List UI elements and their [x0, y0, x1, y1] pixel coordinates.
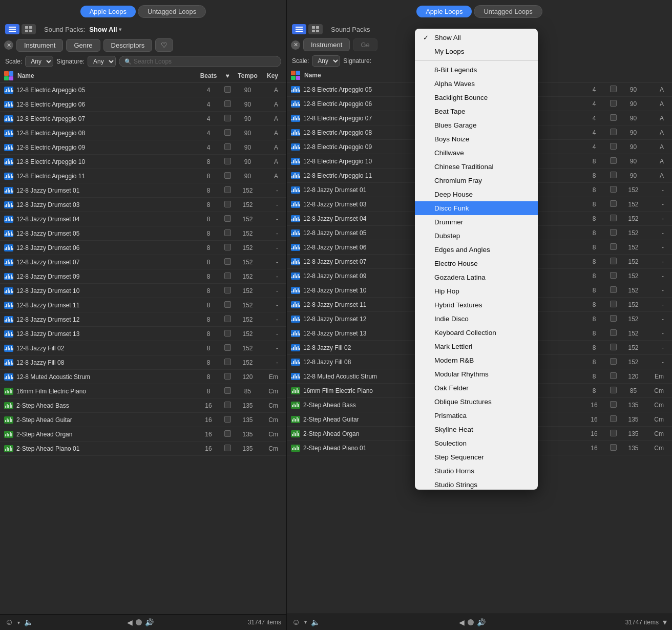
track-favorite[interactable] [221, 387, 234, 396]
track-favorite[interactable] [221, 100, 234, 109]
track-row[interactable]: 12-8 Jazzy Fill 02 8 152 - [0, 341, 286, 355]
track-favorite[interactable] [607, 185, 619, 195]
track-row[interactable]: 16mm Film Electric Piano 8 85 Cm [0, 384, 286, 398]
track-favorite[interactable] [221, 172, 234, 181]
track-favorite[interactable] [221, 344, 234, 353]
right-scale-select[interactable]: Any [312, 55, 340, 67]
right-genre-filter-button[interactable]: Ge [353, 38, 377, 51]
dropdown-item[interactable]: Studio Horns [415, 464, 538, 478]
track-favorite[interactable] [221, 129, 234, 138]
right-instrument-filter-button[interactable]: Instrument [303, 38, 350, 51]
track-favorite[interactable] [607, 401, 619, 410]
track-row[interactable]: 2-Step Ahead Organ 16 135 Cm [0, 427, 286, 442]
sound-packs-dropdown[interactable]: ✓Show All My Loops 8-Bit Legends Alpha W… [415, 29, 538, 490]
dropdown-item[interactable]: Hybrid Textures [415, 298, 538, 312]
track-row[interactable]: 12-8 Muted Acoustic Strum 8 120 Em [0, 370, 286, 384]
track-favorite[interactable] [607, 271, 619, 281]
dropdown-item[interactable]: Soulection [415, 436, 538, 450]
track-row[interactable]: 12-8 Jazzy Drumset 06 8 152 - [0, 241, 286, 255]
dropdown-item[interactable]: Modern R&B [415, 353, 538, 367]
track-favorite[interactable] [607, 415, 619, 424]
track-row[interactable]: 12-8 Jazzy Drumset 03 8 152 - [0, 198, 286, 212]
track-favorite[interactable] [607, 128, 619, 137]
playhead[interactable] [136, 619, 142, 625]
dropdown-item[interactable]: 8-Bit Legends [415, 63, 538, 77]
dropdown-item[interactable]: Blues Garage [415, 118, 538, 132]
track-favorite[interactable] [221, 272, 234, 281]
track-favorite[interactable] [221, 186, 234, 195]
right-list-view-button[interactable] [292, 24, 306, 34]
track-row[interactable]: 12-8 Jazzy Drumset 07 8 152 - [0, 255, 286, 269]
track-favorite[interactable] [607, 444, 619, 453]
track-row[interactable]: 12-8 Electric Arpeggio 11 8 90 A [0, 169, 286, 183]
track-row[interactable]: 12-8 Electric Arpeggio 10 8 90 A [0, 155, 286, 169]
chevron-down-icon[interactable]: ▾ [17, 620, 20, 625]
track-favorite[interactable] [607, 157, 619, 166]
instrument-filter-button[interactable]: Instrument [16, 39, 63, 52]
track-favorite[interactable] [221, 401, 234, 410]
track-row[interactable]: 12-8 Jazzy Drumset 13 8 152 - [0, 327, 286, 341]
track-favorite[interactable] [221, 243, 234, 253]
track-row[interactable]: 2-Step Ahead Guitar 16 135 Cm [0, 413, 286, 427]
track-favorite[interactable] [607, 314, 619, 324]
dropdown-item[interactable]: Alpha Waves [415, 77, 538, 91]
right-tab-apple-loops[interactable]: Apple Loops [416, 6, 472, 17]
dropdown-item[interactable]: Modular Rhythms [415, 367, 538, 381]
show-all-button[interactable]: Show All ▾ [89, 26, 121, 33]
track-favorite[interactable] [221, 157, 234, 166]
right-rewind-button[interactable]: ◀ [459, 618, 465, 626]
dropdown-item[interactable]: Hip Hop [415, 284, 538, 298]
track-row[interactable]: 12-8 Electric Arpeggio 05 4 90 A [0, 83, 286, 97]
track-favorite[interactable] [607, 429, 619, 438]
track-favorite[interactable] [607, 214, 619, 223]
track-row[interactable]: 2-Step Ahead Bass 16 135 Cm [0, 398, 286, 413]
track-favorite[interactable] [221, 444, 234, 453]
track-row[interactable]: 12-8 Electric Arpeggio 08 4 90 A [0, 126, 286, 140]
track-favorite[interactable] [607, 171, 619, 180]
signature-select[interactable]: Any [88, 56, 116, 67]
track-favorite[interactable] [221, 430, 234, 439]
dropdown-item[interactable]: Chromium Fray [415, 174, 538, 187]
track-row[interactable]: 12-8 Jazzy Drumset 05 8 152 - [0, 226, 286, 241]
right-volume-icon[interactable]: 🔈 [311, 618, 320, 626]
track-favorite[interactable] [607, 343, 619, 352]
track-favorite[interactable] [221, 301, 234, 310]
dropdown-item[interactable]: My Loops [415, 45, 538, 58]
volume-up-button[interactable]: 🔊 [145, 618, 154, 626]
track-list[interactable]: 12-8 Electric Arpeggio 05 4 90 A 12-8 El… [0, 83, 286, 614]
dropdown-item[interactable]: Keyboard Collection [415, 326, 538, 340]
track-favorite[interactable] [221, 86, 234, 95]
dropdown-item[interactable]: Edges and Angles [415, 243, 538, 257]
track-row[interactable]: 12-8 Jazzy Drumset 12 8 152 - [0, 312, 286, 327]
track-row[interactable]: 12-8 Jazzy Drumset 11 8 152 - [0, 298, 286, 312]
track-favorite[interactable] [607, 228, 619, 238]
dropdown-item[interactable]: Studio Strings [415, 478, 538, 490]
track-favorite[interactable] [221, 143, 234, 152]
list-view-button[interactable] [5, 24, 19, 34]
dropdown-item[interactable]: Prismatica [415, 409, 538, 423]
track-favorite[interactable] [607, 114, 619, 123]
track-favorite[interactable] [607, 386, 619, 395]
track-favorite[interactable] [607, 142, 619, 152]
track-row[interactable]: 12-8 Jazzy Drumset 10 8 152 - [0, 284, 286, 298]
track-favorite[interactable] [221, 358, 234, 367]
close-filter-button[interactable]: ✕ [4, 40, 13, 50]
volume-icon[interactable]: 🔈 [24, 618, 33, 626]
dropdown-item[interactable]: Gozadera Latina [415, 270, 538, 284]
track-favorite[interactable] [221, 114, 234, 123]
track-favorite[interactable] [221, 372, 234, 382]
track-favorite[interactable] [221, 215, 234, 224]
right-grid-view-button[interactable] [308, 24, 323, 34]
track-favorite[interactable] [607, 85, 619, 94]
dropdown-item[interactable]: Disco Funk [415, 201, 538, 215]
track-row[interactable]: 12-8 Electric Arpeggio 06 4 90 A [0, 97, 286, 112]
track-favorite[interactable] [607, 200, 619, 209]
dropdown-item[interactable]: Chinese Traditional [415, 160, 538, 174]
track-row[interactable]: 12-8 Electric Arpeggio 07 4 90 A [0, 112, 286, 126]
track-favorite[interactable] [221, 229, 234, 238]
dropdown-item[interactable]: Chillwave [415, 146, 538, 160]
track-row[interactable]: 12-8 Jazzy Drumset 04 8 152 - [0, 212, 286, 226]
dropdown-item[interactable]: Boys Noize [415, 132, 538, 146]
right-tab-untagged-loops[interactable]: Untagged Loops [474, 5, 542, 18]
dropdown-item[interactable]: Beat Tape [415, 104, 538, 118]
